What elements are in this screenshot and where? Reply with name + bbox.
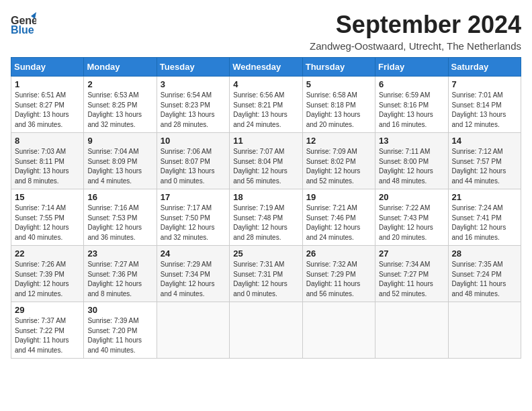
day-number: 28 — [452, 248, 517, 259]
day-info: Sunrise: 7:09 AMSunset: 8:02 PMDaylight:… — [306, 147, 371, 186]
calendar-cell: 18Sunrise: 7:19 AMSunset: 7:48 PMDayligh… — [230, 189, 302, 246]
calendar-cell — [448, 302, 521, 359]
day-number: 3 — [161, 79, 226, 89]
day-info: Sunrise: 7:03 AMSunset: 8:11 PMDaylight:… — [15, 147, 80, 186]
day-of-week-header: Monday — [84, 58, 157, 77]
calendar-cell: 19Sunrise: 7:21 AMSunset: 7:46 PMDayligh… — [302, 189, 375, 246]
day-info: Sunrise: 7:16 AMSunset: 7:53 PMDaylight:… — [87, 203, 152, 242]
day-info: Sunrise: 7:21 AMSunset: 7:46 PMDaylight:… — [306, 203, 371, 242]
day-number: 26 — [306, 248, 371, 259]
calendar-cell: 17Sunrise: 7:17 AMSunset: 7:50 PMDayligh… — [157, 189, 229, 246]
day-number: 6 — [379, 79, 444, 89]
day-number: 15 — [15, 192, 80, 202]
day-info: Sunrise: 7:19 AMSunset: 7:48 PMDaylight:… — [233, 203, 298, 242]
day-number: 12 — [306, 136, 371, 146]
day-info: Sunrise: 7:39 AMSunset: 7:20 PMDaylight:… — [87, 316, 152, 355]
calendar-cell — [302, 302, 375, 359]
calendar-week-row: 29Sunrise: 7:37 AMSunset: 7:22 PMDayligh… — [11, 302, 521, 359]
day-number: 25 — [233, 248, 298, 259]
day-number: 9 — [87, 136, 152, 146]
calendar-cell: 8Sunrise: 7:03 AMSunset: 8:11 PMDaylight… — [11, 133, 84, 189]
day-info: Sunrise: 7:26 AMSunset: 7:39 PMDaylight:… — [15, 260, 80, 299]
day-info: Sunrise: 7:22 AMSunset: 7:43 PMDaylight:… — [379, 203, 444, 242]
day-number: 23 — [87, 248, 152, 259]
day-info: Sunrise: 6:56 AMSunset: 8:21 PMDaylight:… — [233, 91, 298, 130]
day-info: Sunrise: 6:53 AMSunset: 8:25 PMDaylight:… — [87, 91, 152, 130]
day-info: Sunrise: 7:34 AMSunset: 7:27 PMDaylight:… — [379, 260, 444, 299]
day-number: 29 — [15, 305, 80, 315]
day-info: Sunrise: 7:29 AMSunset: 7:34 PMDaylight:… — [161, 260, 226, 299]
day-info: Sunrise: 7:12 AMSunset: 7:57 PMDaylight:… — [452, 147, 517, 186]
day-number: 7 — [452, 79, 517, 89]
day-info: Sunrise: 7:14 AMSunset: 7:55 PMDaylight:… — [15, 203, 80, 242]
calendar-week-row: 15Sunrise: 7:14 AMSunset: 7:55 PMDayligh… — [11, 189, 521, 246]
calendar-table: SundayMondayTuesdayWednesdayThursdayFrid… — [11, 57, 521, 359]
day-number: 8 — [15, 136, 80, 146]
day-number: 17 — [161, 192, 226, 202]
calendar-week-row: 22Sunrise: 7:26 AMSunset: 7:39 PMDayligh… — [11, 246, 521, 302]
calendar-cell: 22Sunrise: 7:26 AMSunset: 7:39 PMDayligh… — [11, 246, 84, 302]
calendar-cell: 2Sunrise: 6:53 AMSunset: 8:25 PMDaylight… — [84, 77, 157, 133]
day-info: Sunrise: 7:11 AMSunset: 8:00 PMDaylight:… — [379, 147, 444, 186]
calendar-cell: 6Sunrise: 6:59 AMSunset: 8:16 PMDaylight… — [375, 77, 448, 133]
day-info: Sunrise: 6:51 AMSunset: 8:27 PMDaylight:… — [15, 91, 80, 130]
logo-icon: General Blue — [11, 11, 36, 36]
calendar-cell: 20Sunrise: 7:22 AMSunset: 7:43 PMDayligh… — [375, 189, 448, 246]
calendar-week-row: 1Sunrise: 6:51 AMSunset: 8:27 PMDaylight… — [11, 77, 521, 133]
day-info: Sunrise: 6:59 AMSunset: 8:16 PMDaylight:… — [379, 91, 444, 130]
calendar-cell: 7Sunrise: 7:01 AMSunset: 8:14 PMDaylight… — [448, 77, 521, 133]
day-info: Sunrise: 7:24 AMSunset: 7:41 PMDaylight:… — [452, 203, 517, 242]
day-of-week-header: Sunday — [11, 58, 84, 77]
day-info: Sunrise: 6:58 AMSunset: 8:18 PMDaylight:… — [306, 91, 371, 130]
calendar-cell: 23Sunrise: 7:27 AMSunset: 7:36 PMDayligh… — [84, 246, 157, 302]
day-number: 14 — [452, 136, 517, 146]
calendar-cell: 21Sunrise: 7:24 AMSunset: 7:41 PMDayligh… — [448, 189, 521, 246]
day-number: 30 — [87, 305, 152, 315]
day-of-week-header: Thursday — [302, 58, 375, 77]
day-of-week-header: Wednesday — [230, 58, 302, 77]
calendar-cell: 27Sunrise: 7:34 AMSunset: 7:27 PMDayligh… — [375, 246, 448, 302]
day-number: 4 — [233, 79, 298, 89]
day-number: 5 — [306, 79, 371, 89]
calendar-cell: 9Sunrise: 7:04 AMSunset: 8:09 PMDaylight… — [84, 133, 157, 189]
calendar-cell: 3Sunrise: 6:54 AMSunset: 8:23 PMDaylight… — [157, 77, 229, 133]
day-number: 21 — [452, 192, 517, 202]
day-of-week-header: Friday — [375, 58, 448, 77]
calendar-cell: 25Sunrise: 7:31 AMSunset: 7:31 PMDayligh… — [230, 246, 302, 302]
day-number: 20 — [379, 192, 444, 202]
day-info: Sunrise: 7:31 AMSunset: 7:31 PMDaylight:… — [233, 260, 298, 299]
day-info: Sunrise: 7:35 AMSunset: 7:24 PMDaylight:… — [452, 260, 517, 299]
calendar-week-row: 8Sunrise: 7:03 AMSunset: 8:11 PMDaylight… — [11, 133, 521, 189]
calendar-cell: 4Sunrise: 6:56 AMSunset: 8:21 PMDaylight… — [230, 77, 302, 133]
day-of-week-header: Saturday — [448, 58, 521, 77]
calendar-cell: 12Sunrise: 7:09 AMSunset: 8:02 PMDayligh… — [302, 133, 375, 189]
calendar-cell: 24Sunrise: 7:29 AMSunset: 7:34 PMDayligh… — [157, 246, 229, 302]
day-number: 10 — [161, 136, 226, 146]
day-info: Sunrise: 7:04 AMSunset: 8:09 PMDaylight:… — [87, 147, 152, 186]
calendar-cell: 5Sunrise: 6:58 AMSunset: 8:18 PMDaylight… — [302, 77, 375, 133]
day-number: 2 — [87, 79, 152, 89]
day-number: 18 — [233, 192, 298, 202]
day-info: Sunrise: 7:07 AMSunset: 8:04 PMDaylight:… — [233, 147, 298, 186]
day-number: 1 — [15, 79, 80, 89]
day-info: Sunrise: 7:32 AMSunset: 7:29 PMDaylight:… — [306, 260, 371, 299]
calendar-cell: 16Sunrise: 7:16 AMSunset: 7:53 PMDayligh… — [84, 189, 157, 246]
calendar-cell: 28Sunrise: 7:35 AMSunset: 7:24 PMDayligh… — [448, 246, 521, 302]
calendar-subtitle: Zandweg-Oostwaard, Utrecht, The Netherla… — [310, 40, 521, 52]
day-number: 27 — [379, 248, 444, 259]
day-number: 22 — [15, 248, 80, 259]
day-of-week-header: Tuesday — [157, 58, 229, 77]
day-info: Sunrise: 7:17 AMSunset: 7:50 PMDaylight:… — [161, 203, 226, 242]
calendar-cell: 14Sunrise: 7:12 AMSunset: 7:57 PMDayligh… — [448, 133, 521, 189]
day-number: 19 — [306, 192, 371, 202]
day-info: Sunrise: 7:06 AMSunset: 8:07 PMDaylight:… — [161, 147, 226, 186]
calendar-cell — [157, 302, 229, 359]
calendar-cell: 26Sunrise: 7:32 AMSunset: 7:29 PMDayligh… — [302, 246, 375, 302]
calendar-cell: 11Sunrise: 7:07 AMSunset: 8:04 PMDayligh… — [230, 133, 302, 189]
calendar-title: September 2024 — [310, 11, 521, 39]
day-info: Sunrise: 7:37 AMSunset: 7:22 PMDaylight:… — [15, 316, 80, 355]
day-number: 24 — [161, 248, 226, 259]
calendar-cell: 15Sunrise: 7:14 AMSunset: 7:55 PMDayligh… — [11, 189, 84, 246]
calendar-cell: 13Sunrise: 7:11 AMSunset: 8:00 PMDayligh… — [375, 133, 448, 189]
day-info: Sunrise: 7:01 AMSunset: 8:14 PMDaylight:… — [452, 91, 517, 130]
